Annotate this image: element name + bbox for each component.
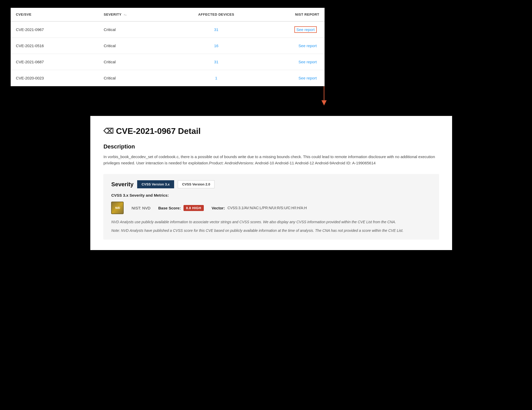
vector-label: Vector: (212, 206, 225, 210)
affected-cell: 1 (177, 70, 255, 86)
nist-cell: See report (256, 21, 325, 38)
cve-detail-section: ⌫ CVE-2021-0967 Detail Description In vo… (90, 116, 452, 250)
cve-id-cell: CVE-2021-0967 (11, 21, 99, 38)
severity-cell: Critical (99, 54, 177, 70)
cve-id-cell: CVE-2020-0023 (11, 70, 99, 86)
table-row: CVE-2021-0516Critical16See report (11, 38, 325, 54)
nist-cell: See report (256, 38, 325, 54)
svg-marker-1 (321, 100, 327, 105)
table-row: CVE-2021-0687Critical31See report (11, 54, 325, 70)
see-report-link[interactable]: See report (299, 76, 317, 80)
severity-cell: Critical (99, 21, 177, 38)
note1-text: NVD Analysts use publicly available info… (111, 219, 431, 225)
nist-cell: See report (256, 54, 325, 70)
col-header-nist: NIST REPORT (256, 8, 325, 21)
affected-cell: 31 (177, 21, 255, 38)
severity-cell: Critical (99, 38, 177, 54)
note2-text: Note: NVD Analysts have published a CVSS… (111, 228, 431, 233)
severity-block: Severity CVSS Version 3.x CVSS Version 2… (103, 174, 439, 240)
severity-cell: Critical (99, 70, 177, 86)
see-report-link[interactable]: See report (294, 26, 317, 33)
cvss-v2-button[interactable]: CVSS Version 2.0 (178, 180, 215, 188)
description-heading: Description (103, 143, 439, 150)
affected-devices-link[interactable]: 31 (214, 60, 218, 64)
nist-info: NIST: NVD (131, 206, 150, 210)
affected-cell: 31 (177, 54, 255, 70)
col-header-affected: AFFECTED DEVICES (177, 8, 255, 21)
base-score-label: Base Score: (158, 206, 181, 210)
connector-arrow (298, 85, 350, 111)
table-row: CVE-2021-0967Critical31See report (11, 21, 325, 38)
see-report-link[interactable]: See report (299, 44, 317, 48)
table-row: CVE-2020-0023Critical1See report (11, 70, 325, 86)
affected-cell: 16 (177, 38, 255, 54)
cursor-icon: ⌫ (103, 127, 114, 135)
col-header-severity[interactable]: SEVERITY ↑↓ (99, 8, 177, 21)
sort-icon[interactable]: ↑↓ (124, 13, 127, 16)
col-header-cve: CVE/SVE (11, 8, 99, 21)
affected-devices-link[interactable]: 1 (215, 76, 217, 80)
nvd-logo: NVD (111, 202, 124, 214)
affected-devices-link[interactable]: 31 (214, 27, 218, 32)
base-score-section: Base Score: 8.8 HIGH (158, 205, 204, 211)
vector-section: Vector: CVSS:3.1/AV:N/AC:L/PR:N/UI:R/S:U… (212, 206, 307, 210)
severity-label: Severity (111, 181, 134, 188)
score-badge: 8.8 HIGH (183, 205, 204, 211)
nist-cell: See report (256, 70, 325, 86)
affected-devices-link[interactable]: 16 (214, 44, 218, 48)
see-report-link[interactable]: See report (299, 60, 317, 64)
cvss-metrics-title: CVSS 3.x Severity and Metrics: (111, 193, 431, 197)
cve-id-cell: CVE-2021-0516 (11, 38, 99, 54)
description-text: In vorbis_book_decodev_set of codebook.c… (103, 154, 439, 166)
cve-id-cell: CVE-2021-0687 (11, 54, 99, 70)
detail-title: ⌫ CVE-2021-0967 Detail (103, 126, 439, 136)
cvss-v3-button[interactable]: CVSS Version 3.x (137, 180, 174, 188)
cve-table: CVE/SVE SEVERITY ↑↓ AFFECTED DEVICES NIS… (11, 8, 325, 86)
vector-value: CVSS:3.1/AV:N/AC:L/PR:N/UI:R/S:U/C:H/I:H… (227, 206, 307, 210)
